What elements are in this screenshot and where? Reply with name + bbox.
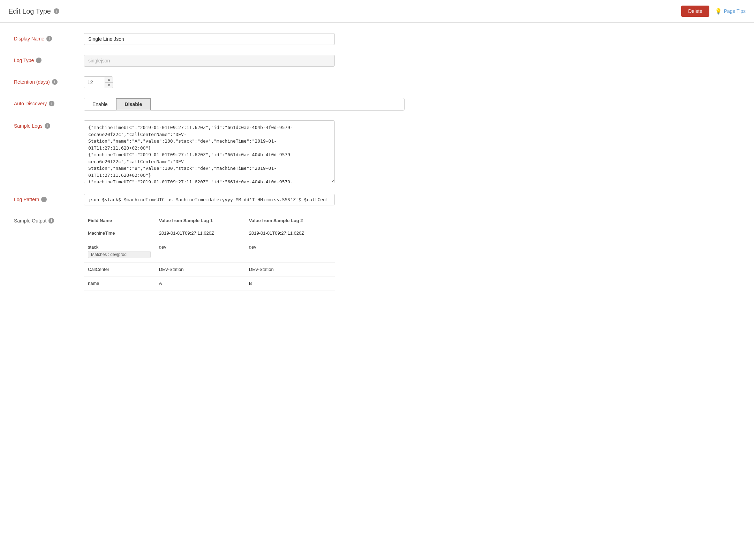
auto-discovery-label: Auto Discovery i bbox=[14, 98, 84, 106]
table-header-row: Field Name Value from Sample Log 1 Value… bbox=[84, 215, 335, 226]
sample-logs-row: Sample Logs i {"machineTimeUTC":"2019-01… bbox=[14, 120, 405, 184]
retention-down-button[interactable]: ▼ bbox=[105, 83, 113, 88]
field-name-cell: stackMatches : dev|prod bbox=[84, 240, 155, 263]
auto-discovery-disable-button[interactable]: Disable bbox=[116, 98, 151, 110]
val1-cell: dev bbox=[155, 240, 245, 263]
page-tips-label: Page Tips bbox=[724, 8, 746, 14]
col-val1: Value from Sample Log 1 bbox=[155, 215, 245, 226]
col-val2: Value from Sample Log 2 bbox=[245, 215, 335, 226]
page-title: Edit Log Type bbox=[8, 7, 51, 15]
log-pattern-row: Log Pattern i bbox=[14, 194, 405, 205]
sample-logs-textarea[interactable]: {"machineTimeUTC":"2019-01-01T09:27:11.6… bbox=[84, 120, 335, 183]
retention-spinner: ▲ ▼ bbox=[105, 76, 113, 88]
lightbulb-icon: 💡 bbox=[715, 8, 722, 15]
val2-cell: dev bbox=[245, 240, 335, 263]
matches-badge: Matches : dev|prod bbox=[88, 251, 151, 258]
main-content: Display Name i Log Type i Retention (day… bbox=[0, 23, 419, 311]
col-field-name: Field Name bbox=[84, 215, 155, 226]
auto-discovery-wrap: Enable Disable bbox=[84, 98, 405, 111]
header-left: Edit Log Type i bbox=[8, 7, 59, 15]
sample-output-table: Field Name Value from Sample Log 1 Value… bbox=[84, 215, 335, 290]
page-title-info-icon[interactable]: i bbox=[54, 8, 59, 14]
table-row: nameAB bbox=[84, 277, 335, 290]
log-type-input bbox=[84, 55, 335, 67]
log-pattern-info-icon[interactable]: i bbox=[41, 197, 47, 202]
log-type-row: Log Type i bbox=[14, 55, 405, 67]
sample-output-wrap: Field Name Value from Sample Log 1 Value… bbox=[84, 215, 405, 290]
log-type-wrap bbox=[84, 55, 405, 67]
sample-logs-label: Sample Logs i bbox=[14, 120, 84, 129]
header-right: Delete 💡 Page Tips bbox=[681, 6, 746, 17]
retention-label: Retention (days) i bbox=[14, 76, 84, 85]
display-name-wrap bbox=[84, 33, 405, 45]
log-pattern-input[interactable] bbox=[84, 194, 335, 205]
auto-discovery-toggle: Enable Disable bbox=[84, 98, 405, 111]
retention-select: 12 ▲ ▼ bbox=[84, 76, 405, 88]
table-row: MachineTime2019-01-01T09:27:11.620Z2019-… bbox=[84, 226, 335, 240]
field-name-cell: name bbox=[84, 277, 155, 290]
table-row: stackMatches : dev|proddevdev bbox=[84, 240, 335, 263]
sample-output-row: Sample Output i Field Name Value from Sa… bbox=[14, 215, 405, 290]
log-type-info-icon[interactable]: i bbox=[36, 58, 42, 63]
val1-cell: 2019-01-01T09:27:11.620Z bbox=[155, 226, 245, 240]
sample-output-info-icon[interactable]: i bbox=[48, 218, 54, 224]
retention-up-button[interactable]: ▲ bbox=[105, 77, 113, 83]
table-row: CallCenterDEV-StationDEV-Station bbox=[84, 263, 335, 277]
delete-button[interactable]: Delete bbox=[681, 6, 709, 17]
retention-wrap: 12 ▲ ▼ bbox=[84, 76, 405, 88]
page-header: Edit Log Type i Delete 💡 Page Tips bbox=[0, 0, 754, 23]
log-pattern-wrap bbox=[84, 194, 405, 205]
val2-cell: DEV-Station bbox=[245, 263, 335, 277]
display-name-info-icon[interactable]: i bbox=[46, 36, 52, 41]
log-type-label: Log Type i bbox=[14, 55, 84, 63]
auto-discovery-row: Auto Discovery i Enable Disable bbox=[14, 98, 405, 111]
sample-output-label: Sample Output i bbox=[14, 215, 84, 224]
retention-value: 12 bbox=[84, 76, 105, 88]
val2-cell: 2019-01-01T09:27:11.620Z bbox=[245, 226, 335, 240]
display-name-input[interactable] bbox=[84, 33, 335, 45]
field-name-cell: MachineTime bbox=[84, 226, 155, 240]
log-pattern-label: Log Pattern i bbox=[14, 194, 84, 202]
display-name-label: Display Name i bbox=[14, 33, 84, 41]
val2-cell: B bbox=[245, 277, 335, 290]
display-name-row: Display Name i bbox=[14, 33, 405, 45]
val1-cell: DEV-Station bbox=[155, 263, 245, 277]
auto-discovery-info-icon[interactable]: i bbox=[49, 101, 54, 106]
page-tips-link[interactable]: 💡 Page Tips bbox=[715, 8, 746, 15]
field-name-cell: CallCenter bbox=[84, 263, 155, 277]
val1-cell: A bbox=[155, 277, 245, 290]
auto-discovery-enable-button[interactable]: Enable bbox=[84, 98, 116, 110]
retention-row: Retention (days) i 12 ▲ ▼ bbox=[14, 76, 405, 88]
retention-info-icon[interactable]: i bbox=[52, 79, 58, 85]
sample-logs-wrap: {"machineTimeUTC":"2019-01-01T09:27:11.6… bbox=[84, 120, 405, 184]
sample-logs-info-icon[interactable]: i bbox=[45, 123, 50, 129]
